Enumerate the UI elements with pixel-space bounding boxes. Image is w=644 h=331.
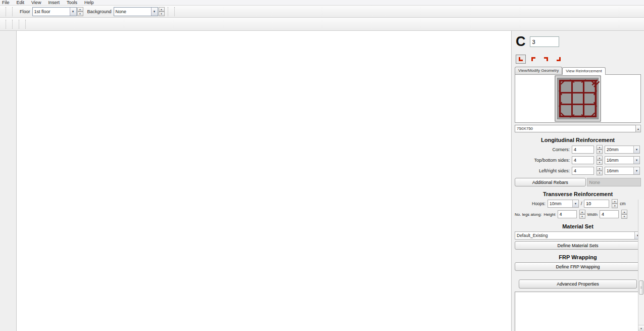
hoop-spacing-stepper[interactable]: ▲▼ — [612, 199, 618, 208]
menu-item-tools[interactable]: Tools — [67, 0, 77, 6]
corner-icon — [557, 57, 561, 61]
chevron-down-icon[interactable]: ▼ — [633, 157, 639, 164]
scroll-down-icon[interactable]: ▼ — [638, 325, 644, 331]
insertion-point-top-right-button[interactable] — [541, 55, 551, 64]
scroll-up-icon[interactable]: ▲ — [635, 125, 641, 132]
chevron-down-icon[interactable]: ▼ — [572, 200, 578, 207]
section-size-list[interactable]: 750X750 ▲ — [515, 125, 641, 132]
hoops-label: Hoops: — [532, 201, 546, 206]
drawing-toolbar — [0, 18, 644, 31]
advanced-properties-button[interactable]: Advanced Properties — [519, 279, 637, 289]
insertion-point-bottom-left-button[interactable] — [516, 55, 526, 64]
main-toolbar: Floor 1st floor ▼ ▲▼ Background None ▼ ▲… — [0, 6, 644, 18]
frp-title: FRP Wrapping — [515, 254, 641, 260]
floor-value: 1st floor — [33, 9, 70, 14]
legs-height-input[interactable] — [558, 210, 577, 218]
advanced-properties-list — [515, 292, 641, 331]
chevron-down-icon[interactable]: ▼ — [633, 167, 639, 174]
chevron-down-icon[interactable]: ▼ — [151, 8, 158, 16]
slash-label: / — [581, 201, 582, 206]
corners-label: Corners: — [552, 147, 570, 152]
floor-stepper[interactable]: ▲▼ — [77, 7, 83, 16]
left-right-label: Left/right sides: — [539, 168, 570, 173]
legs-height-stepper[interactable]: ▲▼ — [579, 210, 585, 219]
background-value: None — [114, 9, 151, 14]
properties-panel: C View/Modify Geometry View Reinforcemen… — [512, 31, 644, 331]
transverse-title: Transverse Reinforcement — [515, 191, 641, 197]
insertion-point-bottom-right-button[interactable] — [528, 55, 538, 64]
floor-plan-canvas[interactable] — [17, 31, 512, 331]
chevron-down-icon[interactable]: ▼ — [70, 8, 76, 16]
corner-icon — [519, 57, 523, 61]
menu-bar: FileEditViewInsertToolsHelp — [0, 0, 644, 6]
background-label: Background — [87, 9, 112, 14]
additional-rebars-value: None — [587, 178, 641, 186]
top-bottom-stepper[interactable]: ▲▼ — [597, 156, 603, 165]
left-right-diameter-select[interactable]: 16mm▼ — [605, 167, 640, 175]
hoops-diameter-select[interactable]: 10mm▼ — [548, 200, 579, 208]
material-set-select[interactable]: Default_Existing▼ — [515, 231, 641, 240]
tab-view-reinforcement[interactable]: View Reinforcement — [562, 67, 605, 75]
corner-icon — [544, 57, 548, 61]
menu-item-edit[interactable]: Edit — [17, 0, 25, 6]
left-right-stepper[interactable]: ▲▼ — [597, 166, 603, 175]
section-size-value: 750X750 — [517, 126, 533, 131]
define-material-sets-button[interactable]: Define Material Sets — [515, 241, 641, 250]
height-label: Height — [543, 212, 555, 217]
corner-icon — [531, 57, 535, 61]
material-set-title: Material Set — [515, 223, 641, 229]
corners-count-input[interactable] — [572, 146, 594, 154]
member-number-input[interactable] — [530, 36, 559, 47]
menu-item-file[interactable]: File — [2, 0, 10, 6]
member-type-label: C — [516, 34, 526, 50]
hoop-spacing-input[interactable] — [584, 200, 609, 208]
floor-label: Floor — [20, 9, 30, 14]
top-bottom-diameter-select[interactable]: 16mm▼ — [605, 156, 640, 164]
background-select[interactable]: None ▼ — [114, 7, 158, 16]
left-right-count-input[interactable] — [572, 167, 594, 175]
column-section-image — [552, 75, 604, 122]
top-bottom-count-input[interactable] — [572, 156, 594, 164]
menu-item-view[interactable]: View — [31, 0, 41, 6]
corners-diameter-select[interactable]: 20mm▼ — [605, 146, 640, 154]
menu-item-insert[interactable]: Insert — [48, 0, 60, 6]
tab-view-modify-geometry[interactable]: View/Modify Geometry — [515, 67, 562, 74]
insertion-point-top-left-button[interactable] — [554, 55, 564, 64]
background-stepper[interactable]: ▲▼ — [159, 7, 165, 16]
additional-rebars-button[interactable]: Additional Rebars — [515, 178, 586, 186]
zoom-toolbar — [0, 31, 17, 331]
longitudinal-title: Longitudinal Reinforcement — [515, 137, 641, 143]
define-frp-wrapping-button[interactable]: Define FRP Wrapping — [515, 262, 641, 271]
panel-scrollbar[interactable]: ≡ ▼ — [638, 200, 644, 331]
corners-stepper[interactable]: ▲▼ — [597, 145, 603, 154]
unit-label: cm — [620, 201, 625, 206]
chevron-down-icon[interactable]: ▼ — [633, 146, 639, 153]
floor-select[interactable]: 1st floor ▼ — [32, 7, 77, 16]
legs-width-input[interactable] — [600, 210, 619, 218]
menu-item-help[interactable]: Help — [84, 0, 94, 6]
legs-label: No. legs along: — [515, 212, 541, 217]
top-bottom-label: Top/bottom sides: — [534, 158, 570, 163]
scrollbar-thumb[interactable]: ≡ — [639, 280, 643, 295]
width-label: Width — [587, 212, 598, 217]
reinforcement-section-view — [515, 74, 641, 123]
legs-width-stepper[interactable]: ▲▼ — [621, 210, 627, 219]
